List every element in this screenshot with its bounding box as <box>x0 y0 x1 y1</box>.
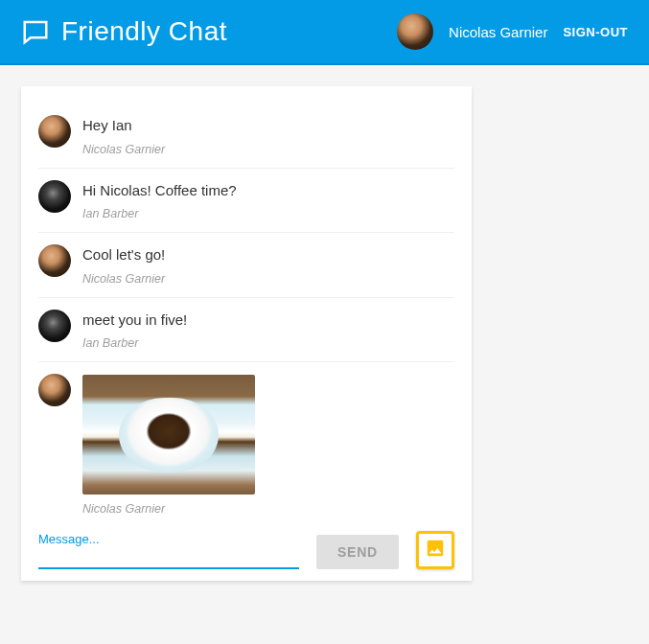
message-author: Ian Barber <box>82 336 454 350</box>
message-body: meet you in five!Ian Barber <box>82 310 454 351</box>
message-body: Nicolas Garnier <box>82 374 454 516</box>
send-button[interactable]: SEND <box>316 535 399 569</box>
message-list: Hey IanNicolas GarnierHi Nicolas! Coffee… <box>38 104 454 527</box>
message-image[interactable] <box>82 375 255 494</box>
message-body: Hi Nicolas! Coffee time?Ian Barber <box>82 180 454 221</box>
message-author: Nicolas Garnier <box>82 502 454 516</box>
message-text: Hi Nicolas! Coffee time? <box>82 181 454 200</box>
message-input-label: Message... <box>38 532 299 546</box>
message-body: Hey IanNicolas Garnier <box>82 115 454 156</box>
message-avatar <box>38 115 71 148</box>
message-avatar <box>38 310 71 342</box>
message-input[interactable] <box>38 548 299 569</box>
message-text: meet you in five! <box>82 310 454 330</box>
message-avatar <box>38 374 71 406</box>
message-row: Hey IanNicolas Garnier <box>38 104 454 169</box>
chat-bubble-icon <box>21 17 50 46</box>
message-text: Hey Ian <box>82 116 454 135</box>
message-author: Nicolas Garnier <box>82 143 454 156</box>
message-row: meet you in five!Ian Barber <box>38 298 454 363</box>
user-avatar[interactable] <box>397 13 433 50</box>
message-avatar <box>38 180 71 213</box>
message-row: Nicolas Garnier <box>38 362 454 527</box>
message-row: Cool let's go!Nicolas Garnier <box>38 233 454 298</box>
message-row: Hi Nicolas! Coffee time?Ian Barber <box>38 169 454 234</box>
message-composer: Message... SEND <box>38 531 454 569</box>
message-input-wrap: Message... <box>38 532 299 569</box>
header-user-area: Nicolas Garnier SIGN-OUT <box>397 13 628 50</box>
message-author: Ian Barber <box>82 207 454 220</box>
message-body: Cool let's go!Nicolas Garnier <box>82 244 454 286</box>
message-avatar <box>38 244 71 277</box>
message-text: Cool let's go! <box>82 245 454 264</box>
sign-out-button[interactable]: SIGN-OUT <box>563 25 628 39</box>
image-icon <box>425 538 446 563</box>
user-name-label: Nicolas Garnier <box>449 24 547 40</box>
header-title-group: Friendly Chat <box>21 16 397 47</box>
attach-image-button[interactable] <box>416 531 454 569</box>
message-author: Nicolas Garnier <box>82 272 454 286</box>
app-title: Friendly Chat <box>61 16 227 47</box>
chat-card: Hey IanNicolas GarnierHi Nicolas! Coffee… <box>21 86 472 581</box>
app-header: Friendly Chat Nicolas Garnier SIGN-OUT <box>0 0 649 65</box>
